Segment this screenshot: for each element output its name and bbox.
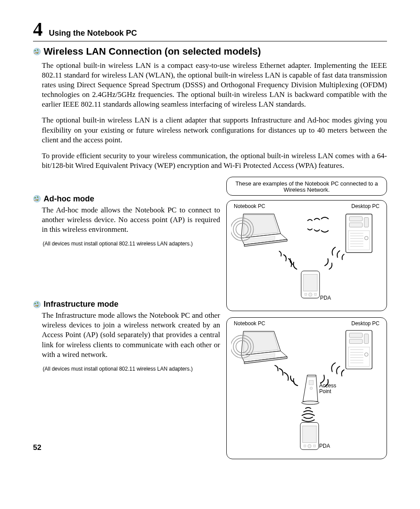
svg-point-0	[33, 48, 41, 55]
svg-rect-8	[349, 216, 362, 221]
svg-rect-31	[364, 334, 368, 343]
chapter-title: Using the Notebook PC	[49, 29, 137, 38]
svg-rect-46	[304, 445, 306, 447]
adhoc-heading-text: Ad-hoc mode	[44, 194, 94, 204]
section-heading-text: Wireless LAN Connection (on selected mod…	[44, 46, 261, 57]
infra-section: Infrastructure mode The Infrastructure m…	[33, 300, 220, 372]
svg-point-32	[365, 353, 368, 356]
infra-heading: Infrastructure mode	[33, 300, 220, 309]
right-column: These are examples of the Notebook PC co…	[226, 177, 387, 465]
pda-icon	[301, 271, 320, 298]
globe-icon	[33, 195, 41, 203]
infra-diagram: Notebook PC Desktop PC AccessPoint PDA	[226, 317, 387, 459]
svg-rect-41	[309, 380, 313, 385]
chapter-header: 4 Using the Notebook PC	[33, 20, 387, 41]
paragraph-2: The optional built-in wireless LAN is a …	[42, 115, 387, 145]
svg-point-21	[309, 293, 312, 296]
svg-point-1	[33, 195, 41, 202]
svg-point-45	[308, 444, 311, 448]
label-desktop: Desktop PC	[351, 320, 379, 327]
globe-icon	[33, 48, 41, 56]
label-pda: PDA	[319, 443, 330, 449]
chapter-number: 4	[33, 20, 43, 39]
infra-body: The Infrastructure mode allows the Noteb…	[42, 311, 220, 359]
svg-rect-29	[349, 333, 362, 337]
two-column-layout: Ad-hoc mode The Ad-hoc mode allows the N…	[33, 177, 387, 465]
svg-rect-10	[364, 217, 368, 227]
infra-heading-text: Infrastructure mode	[44, 300, 118, 309]
adhoc-body: The Ad-hoc mode allows the Notebook PC t…	[42, 205, 220, 234]
paragraph-3: To provide efficient security to your wi…	[42, 151, 387, 171]
svg-rect-47	[313, 445, 316, 447]
svg-rect-23	[314, 293, 317, 295]
svg-point-42	[310, 387, 313, 390]
left-column: Ad-hoc mode The Ad-hoc mode allows the N…	[33, 177, 220, 465]
svg-rect-44	[302, 426, 317, 442]
svg-rect-22	[305, 293, 307, 295]
label-notebook: Notebook PC	[234, 203, 265, 209]
section-heading: Wireless LAN Connection (on selected mod…	[33, 46, 387, 57]
adhoc-note: (All devices must install optional 802.1…	[43, 241, 220, 247]
svg-point-2	[33, 301, 41, 308]
svg-rect-9	[349, 223, 362, 227]
label-pda: PDA	[320, 295, 331, 301]
desktop-icon	[346, 330, 372, 368]
adhoc-section: Ad-hoc mode The Ad-hoc mode allows the N…	[33, 194, 220, 247]
svg-point-40	[302, 401, 319, 404]
pda-icon	[300, 422, 319, 450]
label-notebook: Notebook PC	[234, 320, 265, 327]
svg-rect-20	[303, 274, 317, 291]
paragraph-1: The optional built-in wireless LAN is a …	[42, 61, 387, 109]
adhoc-diagram: Notebook PC Desktop PC PDA	[226, 200, 387, 311]
label-desktop: Desktop PC	[351, 203, 379, 209]
svg-point-11	[365, 236, 368, 240]
desktop-icon	[346, 214, 372, 252]
adhoc-heading: Ad-hoc mode	[33, 194, 220, 204]
label-access-point: AccessPoint	[319, 383, 341, 394]
svg-rect-30	[349, 339, 362, 343]
page-number: 52	[33, 443, 41, 452]
access-point-icon	[302, 375, 319, 405]
document-page: 4 Using the Notebook PC Wireless LAN Con…	[0, 0, 420, 479]
globe-icon	[33, 301, 41, 308]
infra-note: (All devices must install optional 802.1…	[43, 366, 220, 372]
diagram-caption: These are examples of the Notebook PC co…	[226, 177, 387, 196]
